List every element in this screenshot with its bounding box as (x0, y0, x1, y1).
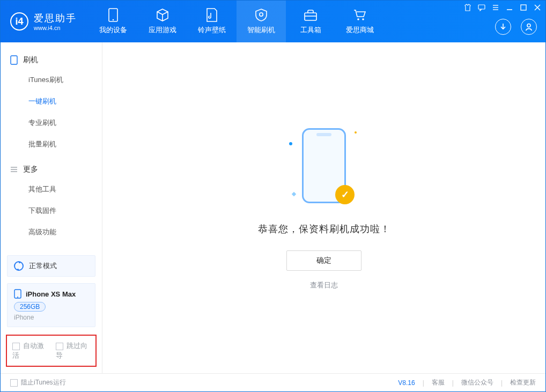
app-site: www.i4.cn (34, 25, 77, 31)
support-link[interactable]: 客服 (432, 378, 445, 387)
success-message: 恭喜您，保资料刷机成功啦！ (258, 223, 390, 235)
check-update-link[interactable]: 检查更新 (510, 378, 536, 387)
nav-tab-store[interactable]: 爱思商城 (335, 1, 385, 42)
sidebar: 刷机 iTunes刷机 一键刷机 专业刷机 批量刷机 更多 其他工具 下载固件 … (1, 42, 102, 373)
svg-rect-16 (11, 56, 17, 64)
wechat-link[interactable]: 微信公众号 (461, 378, 493, 387)
sparkle-icon (289, 142, 292, 145)
footer-right: V8.16 | 客服 | 微信公众号 | 检查更新 (398, 378, 536, 387)
nav-tab-label: 应用游戏 (149, 25, 176, 35)
block-itunes-label: 阻止iTunes运行 (21, 379, 66, 386)
gear-shield-icon (254, 8, 268, 22)
success-check-badge-icon: ✓ (335, 185, 355, 204)
footer-divider: | (423, 379, 424, 387)
device-info-box[interactable]: iPhone XS Max 256GB iPhone (7, 283, 95, 327)
sidebar-item-other-tools[interactable]: 其他工具 (1, 179, 102, 200)
app-body: 刷机 iTunes刷机 一键刷机 专业刷机 批量刷机 更多 其他工具 下载固件 … (1, 42, 545, 373)
sidebar-section-label: 刷机 (23, 55, 38, 65)
close-button[interactable] (534, 4, 541, 11)
skin-icon[interactable] (464, 4, 471, 11)
svg-point-21 (17, 297, 18, 298)
svg-point-2 (260, 13, 263, 16)
success-illustration: ✓ (294, 126, 353, 212)
ok-button[interactable]: 确定 (286, 250, 361, 271)
device-capacity-pill: 256GB (14, 302, 46, 312)
download-button[interactable] (495, 19, 511, 35)
app-logo-icon: i4 (10, 12, 28, 31)
sidebar-item-advanced[interactable]: 高级功能 (1, 221, 102, 243)
nav-tab-label: 智能刷机 (247, 25, 275, 35)
nav-tab-label: 爱思商城 (346, 25, 374, 35)
sidebar-item-onekey-flash[interactable]: 一键刷机 (1, 91, 102, 112)
main-content: ✓ 恭喜您，保资料刷机成功啦！ 确定 查看日志 (102, 42, 545, 373)
nav-tab-ringtones-wallpapers[interactable]: 铃声壁纸 (187, 1, 237, 42)
checkbox-icon (10, 379, 18, 387)
checkbox-icon (56, 343, 63, 350)
flash-options-row: 自动激活 跳过向导 (6, 335, 97, 367)
checkbox-icon (12, 343, 20, 350)
svg-point-15 (527, 24, 530, 27)
svg-rect-7 (478, 5, 485, 9)
footer-divider: | (501, 379, 503, 387)
svg-point-6 (362, 18, 364, 20)
sidebar-item-batch-flash[interactable]: 批量刷机 (1, 134, 102, 155)
sidebar-item-download-firmware[interactable]: 下载固件 (1, 200, 102, 221)
device-small-icon (10, 55, 18, 65)
skip-guide-checkbox[interactable]: 跳过向导 (56, 341, 91, 360)
sidebar-section-label: 更多 (23, 165, 38, 174)
menu-icon[interactable] (492, 4, 499, 11)
version-label: V8.16 (398, 379, 415, 387)
app-header: i4 爱思助手 www.i4.cn 我的设备 应用游戏 铃声壁纸 (1, 1, 545, 42)
svg-point-1 (113, 19, 114, 21)
svg-rect-12 (521, 5, 526, 10)
footer-left: 阻止iTunes运行 (10, 378, 66, 387)
svg-rect-3 (305, 13, 316, 20)
app-logo-block: i4 爱思助手 www.i4.cn (1, 1, 88, 42)
nav-tabs: 我的设备 应用游戏 铃声壁纸 智能刷机 工具箱 (88, 1, 385, 42)
device-name: iPhone XS Max (26, 290, 76, 298)
device-name-row: iPhone XS Max (14, 289, 88, 299)
device-mode-label: 正常模式 (29, 261, 57, 271)
nav-tab-smart-flash[interactable]: 智能刷机 (237, 1, 286, 42)
cube-icon (156, 8, 169, 22)
sidebar-section-flash: 刷机 (1, 50, 102, 69)
window-controls (464, 4, 541, 11)
device-type: iPhone (14, 314, 88, 321)
header-actions (495, 19, 537, 35)
app-title: 爱思助手 (34, 12, 77, 25)
view-log-link[interactable]: 查看日志 (310, 280, 338, 290)
nav-tab-toolbox[interactable]: 工具箱 (286, 1, 335, 42)
maximize-button[interactable] (520, 4, 527, 11)
sidebar-section-more: 更多 (1, 159, 102, 179)
minimize-button[interactable] (506, 4, 513, 11)
toolbox-icon (304, 8, 318, 22)
music-file-icon (205, 8, 219, 22)
device-icon (106, 8, 120, 22)
sidebar-item-itunes-flash[interactable]: iTunes刷机 (1, 69, 102, 91)
feedback-icon[interactable] (478, 4, 485, 11)
sparkle-icon (292, 191, 296, 196)
sidebar-item-pro-flash[interactable]: 专业刷机 (1, 112, 102, 134)
auto-activate-checkbox[interactable]: 自动激活 (12, 341, 47, 360)
phone-small-icon (14, 289, 21, 299)
sparkle-icon (355, 131, 357, 134)
nav-tab-label: 铃声壁纸 (198, 25, 226, 35)
cart-icon (353, 8, 367, 22)
device-mode-box[interactable]: 正常模式 (7, 255, 95, 277)
nav-tab-label: 工具箱 (300, 25, 321, 35)
mode-normal-icon (14, 261, 24, 271)
nav-tab-my-device[interactable]: 我的设备 (88, 1, 138, 42)
user-account-button[interactable] (521, 19, 537, 35)
app-logo-text: 爱思助手 www.i4.cn (34, 12, 77, 31)
footer: 阻止iTunes运行 V8.16 | 客服 | 微信公众号 | 检查更新 (1, 373, 545, 391)
svg-point-5 (357, 18, 359, 20)
list-icon (10, 166, 18, 173)
block-itunes-checkbox[interactable]: 阻止iTunes运行 (10, 378, 66, 387)
nav-tab-label: 我的设备 (99, 25, 127, 35)
footer-divider: | (452, 379, 454, 387)
nav-tab-apps-games[interactable]: 应用游戏 (138, 1, 187, 42)
